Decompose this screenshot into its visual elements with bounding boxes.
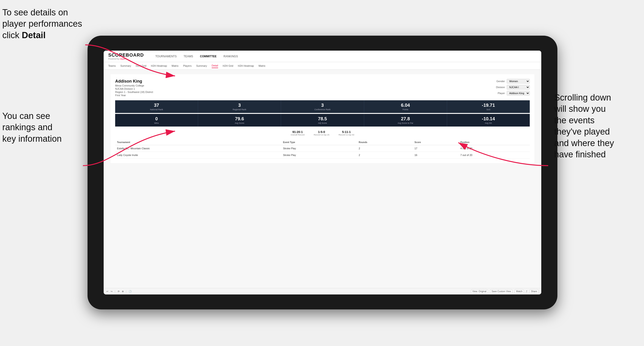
division-select[interactable]: NJCAA I [507, 85, 530, 89]
annotation-right: Scrolling down will show you the events … [554, 92, 642, 160]
share-icon: ⤴ [526, 290, 527, 293]
player-region: Region 1 - Southwest (18) District [115, 91, 153, 93]
nav-committee[interactable]: COMMITTEE [200, 54, 216, 59]
content-panel: Addison King Mesa Community College NJCA… [110, 74, 534, 163]
sep1: | [115, 290, 116, 293]
player-label: Player [498, 92, 505, 95]
subnav-h2hgrid2[interactable]: H2H Grid [223, 64, 233, 68]
stats-row2: 0 Wins 79.6 Avg Score 78.5 Adj Score 27.… [115, 114, 530, 127]
player-division: NJCAA Division 1 [115, 87, 153, 90]
row1-position: 4 out of 20 [458, 145, 530, 152]
stat-national-rank: 37 National Rank [115, 100, 198, 113]
division-label: Division [496, 86, 505, 89]
row2-rounds: 2 [357, 152, 412, 159]
clock-icon[interactable]: 🕐 [129, 290, 132, 293]
row1-tournament: Estella CC- Mountain Classic [115, 145, 281, 152]
main-content: Addison King Mesa Community College NJCA… [104, 70, 541, 288]
subnav-matrix[interactable]: Matrix [172, 64, 178, 68]
player-header: Addison King Mesa Community College NJCA… [115, 79, 530, 97]
sub-nav: Teams Summary H2H Grid H2H Heatmap Matri… [104, 62, 541, 70]
player-info: Addison King Mesa Community College NJCA… [115, 79, 153, 97]
record-top50: 5-11-1 Record vs top 50 [338, 130, 354, 136]
share-btn[interactable]: Share [530, 289, 538, 293]
subnav-teams[interactable]: Teams [108, 64, 116, 68]
refresh-icon[interactable]: ⟳ [118, 290, 120, 293]
col-score: Score [412, 140, 458, 145]
player-school: Mesa Community College [115, 84, 153, 87]
gender-label: Gender [496, 80, 505, 83]
table-row: Estella CC- Mountain Classic Stroke Play… [115, 145, 530, 152]
logo-area: SCOREBOARD Powered by clippd [108, 52, 144, 60]
stat-avg-sg: -10.14 Avg SG [447, 114, 530, 127]
stat-regional-rank: 3 Regional Rank [198, 100, 281, 113]
view-original-btn[interactable]: View: Original [471, 289, 488, 293]
subnav-h2hheatmap2[interactable]: H2H Heatmap [238, 64, 254, 68]
col-rounds: Rounds [357, 140, 412, 145]
logo-title: SCOREBOARD [108, 52, 144, 58]
nav-teams[interactable]: TEAMS [184, 54, 193, 59]
subnav-h2hgrid[interactable]: H2H Grid [136, 64, 146, 68]
save-custom-view-btn[interactable]: Save Custom View [490, 289, 512, 293]
player-name: Addison King [115, 79, 153, 84]
tablet: SCOREBOARD Powered by clippd TOURNAMENTS… [88, 36, 558, 309]
records-row: 91-20-1 Overall Record 1-5-0 Record vs t… [115, 130, 530, 136]
stat-conference-rank: 3 Conference Rank [281, 100, 364, 113]
stat-avg-score-to-par: 27.8 Avg Score to Par [364, 114, 447, 127]
tournament-table: Tournament Event Type Rounds Score Posit… [115, 140, 530, 159]
top-nav: SCOREBOARD Powered by clippd TOURNAMENTS… [104, 51, 541, 62]
nav-tournaments[interactable]: TOURNAMENTS [155, 54, 176, 59]
gender-select[interactable]: Women [507, 79, 530, 84]
sep2: | [126, 290, 127, 293]
zoom-icon[interactable]: ⊕ [122, 290, 124, 293]
tablet-screen: SCOREBOARD Powered by clippd TOURNAMENTS… [104, 51, 541, 295]
filter-division: Division NJCAA I [496, 85, 530, 89]
filter-gender: Gender Women [496, 79, 530, 84]
nav-rankings[interactable]: RANKINGS [224, 54, 238, 59]
col-position: Position [458, 140, 530, 145]
stat-wins: 0 Wins [115, 114, 198, 127]
subnav-h2hheatmap[interactable]: H2H Heatmap [151, 64, 167, 68]
record-overall: 91-20-1 Overall Record [291, 130, 304, 136]
row2-score: 16 [412, 152, 458, 159]
subnav-detail[interactable]: Detail [212, 63, 218, 68]
redo-icon[interactable]: ↪ [110, 290, 112, 293]
stat-sos: -19.71 SoS [447, 100, 530, 113]
record-top25: 1-5-0 Record vs top 25 [314, 130, 329, 136]
player-filters: Gender Women Division NJCAA I [496, 79, 530, 97]
stat-points: 6.04 Points [364, 100, 447, 113]
subnav-summary[interactable]: Summary [120, 64, 131, 68]
stats-row1: 37 National Rank 3 Regional Rank 3 Confe… [115, 100, 530, 113]
col-event-type: Event Type [281, 140, 357, 145]
stat-adj-score: 78.5 Adj Score [281, 114, 364, 127]
stat-avg-score: 79.6 Avg Score [198, 114, 281, 127]
annotation-top-left: To see details on player performances cl… [2, 7, 90, 41]
row1-rounds: 2 [357, 145, 412, 152]
row2-event-type: Stroke Play [281, 152, 357, 159]
row2-position: 7 out of 20 [458, 152, 530, 159]
row1-score: 17 [412, 145, 458, 152]
player-year: First Year [115, 94, 153, 97]
filter-player: Player Addison King [498, 91, 530, 95]
table-row: Lady Coyote Invite Stroke Play 2 16 7 ou… [115, 152, 530, 159]
subnav-summary2[interactable]: Summary [196, 64, 207, 68]
logo-sub: Powered by clippd [108, 58, 144, 60]
subnav-matrix2[interactable]: Matrix [258, 64, 265, 68]
annotation-bottom-left: You can see rankings and key information [2, 110, 80, 145]
col-tournament: Tournament [115, 140, 281, 145]
undo-icon[interactable]: ↩ [106, 290, 108, 293]
row2-tournament: Lady Coyote Invite [115, 152, 281, 159]
watch-btn[interactable]: Watch [514, 289, 524, 293]
subnav-players[interactable]: Players [183, 64, 192, 68]
bottom-toolbar: ↩ ↪ | ⟳ ⊕ | 🕐 View: Original Save Custom… [104, 288, 541, 295]
player-select[interactable]: Addison King [507, 91, 530, 95]
row1-event-type: Stroke Play [281, 145, 357, 152]
